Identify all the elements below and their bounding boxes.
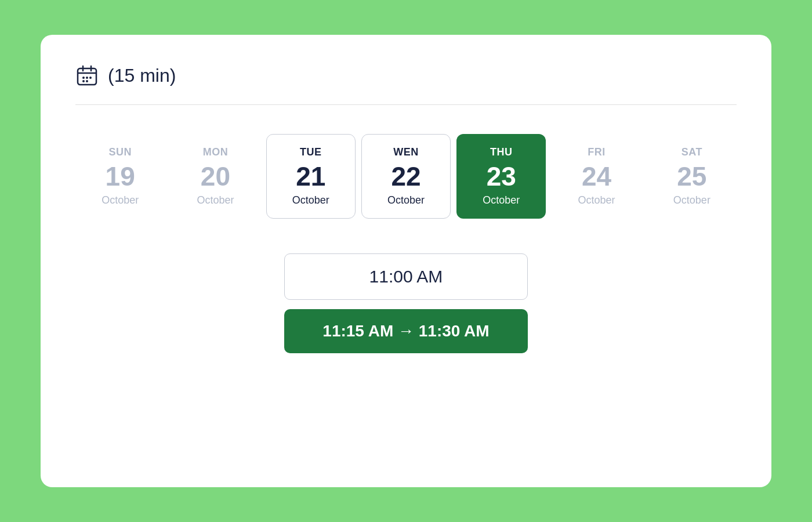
day-month-fri: October xyxy=(578,194,615,206)
card-header: (15 min) xyxy=(75,64,176,87)
time-section: 11:00 AM 11:15 AM → 11:30 AM xyxy=(75,253,737,353)
day-number-sun: 19 xyxy=(106,163,135,190)
day-item-mon[interactable]: MON20October xyxy=(171,134,260,219)
day-item-thu[interactable]: THU23October xyxy=(456,134,546,219)
calendar-icon xyxy=(75,64,99,87)
current-time-display: 11:00 AM xyxy=(284,253,528,300)
svg-point-4 xyxy=(82,77,85,79)
day-month-thu: October xyxy=(483,194,520,206)
day-number-tue: 21 xyxy=(296,163,325,190)
day-abbr-wen: WEN xyxy=(393,146,419,158)
svg-point-7 xyxy=(82,80,85,82)
day-abbr-thu: THU xyxy=(490,146,513,158)
day-item-sat[interactable]: SAT25October xyxy=(647,134,737,219)
day-number-mon: 20 xyxy=(201,163,230,190)
svg-point-6 xyxy=(89,77,92,79)
day-month-wen: October xyxy=(387,194,425,206)
booking-card: (15 min) SUN19OctoberMON20OctoberTUE21Oc… xyxy=(41,35,771,487)
day-item-sun[interactable]: SUN19October xyxy=(75,134,165,219)
day-abbr-sat: SAT xyxy=(682,146,702,158)
time-slot-button[interactable]: 11:15 AM → 11:30 AM xyxy=(284,309,528,353)
day-number-fri: 24 xyxy=(582,163,611,190)
header-divider xyxy=(75,104,737,105)
day-abbr-fri: FRI xyxy=(588,146,606,158)
page-title: (15 min) xyxy=(108,65,176,86)
day-number-thu: 23 xyxy=(487,163,516,190)
days-row: SUN19OctoberMON20OctoberTUE21OctoberWEN2… xyxy=(75,134,737,219)
day-number-wen: 22 xyxy=(391,163,420,190)
day-item-wen[interactable]: WEN22October xyxy=(361,134,451,219)
day-item-tue[interactable]: TUE21October xyxy=(266,134,356,219)
day-month-tue: October xyxy=(292,194,329,206)
day-month-sun: October xyxy=(102,194,139,206)
day-abbr-sun: SUN xyxy=(108,146,132,158)
svg-point-8 xyxy=(86,80,88,82)
day-number-sat: 25 xyxy=(677,163,706,190)
day-month-mon: October xyxy=(197,194,234,206)
day-abbr-tue: TUE xyxy=(300,146,322,158)
day-month-sat: October xyxy=(673,194,710,206)
svg-point-5 xyxy=(86,77,88,79)
day-abbr-mon: MON xyxy=(203,146,229,158)
day-item-fri[interactable]: FRI24October xyxy=(552,134,641,219)
